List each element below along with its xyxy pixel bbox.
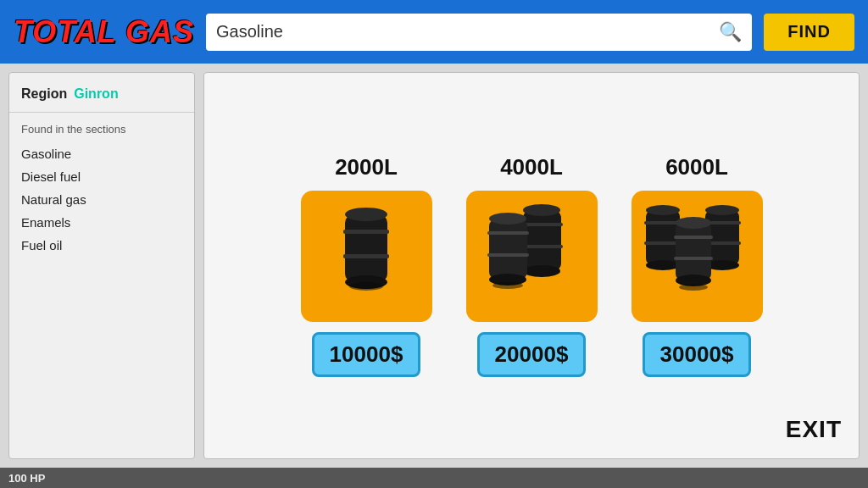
svg-rect-11	[489, 219, 527, 280]
svg-rect-10	[521, 245, 563, 248]
barrel-container-3[interactable]	[632, 191, 763, 322]
hp-label: 100 HP	[8, 472, 45, 485]
svg-point-1	[345, 208, 387, 221]
product-volume-1: 2000L	[335, 154, 398, 180]
svg-rect-14	[487, 231, 529, 235]
find-button[interactable]: FIND	[764, 14, 854, 51]
product-price-1[interactable]: 10000$	[312, 332, 421, 377]
search-wrapper: 🔍	[206, 14, 752, 51]
svg-point-5	[349, 282, 383, 291]
product-card-1: 2000L 10	[301, 154, 432, 377]
svg-rect-30	[674, 236, 713, 239]
product-price-2[interactable]: 20000$	[477, 332, 587, 377]
svg-point-28	[676, 217, 711, 229]
sidebar-item-diesel[interactable]: Diesel fuel	[9, 165, 194, 188]
sidebar: Region Ginron Found in the sections Gaso…	[8, 72, 195, 459]
found-in-sections: Found in the sections	[9, 119, 194, 142]
svg-rect-6	[523, 210, 561, 271]
product-volume-3: 6000L	[665, 154, 728, 180]
search-input[interactable]	[216, 22, 712, 42]
svg-point-19	[646, 260, 680, 270]
svg-point-8	[523, 265, 560, 277]
product-card-2: 4000L	[466, 154, 598, 377]
app-title: TOTAL GAS	[14, 14, 194, 50]
svg-rect-9	[521, 223, 563, 226]
sidebar-item-gasoline[interactable]: Gasoline	[9, 142, 194, 165]
search-icon[interactable]: 🔍	[719, 21, 742, 43]
barrel-container-1[interactable]	[301, 191, 432, 322]
svg-point-23	[705, 205, 739, 215]
region-value: Ginron	[74, 86, 118, 102]
svg-rect-3	[343, 230, 389, 234]
sidebar-item-enamels[interactable]: Enamels	[9, 211, 194, 234]
exit-button[interactable]: EXIT	[786, 416, 842, 443]
sidebar-item-natural-gas[interactable]: Natural gas	[9, 188, 194, 211]
top-bar: TOTAL GAS 🔍 FIND	[0, 0, 868, 64]
svg-rect-0	[345, 214, 387, 282]
barrel-container-2[interactable]	[466, 191, 598, 322]
product-price-3[interactable]: 30000$	[643, 332, 752, 377]
svg-point-7	[523, 204, 560, 216]
svg-rect-31	[674, 257, 713, 260]
product-panel: 2000L 10	[203, 72, 860, 459]
svg-rect-15	[487, 253, 529, 257]
sidebar-item-fuel-oil[interactable]: Fuel oil	[9, 234, 194, 257]
main-content: Region Ginron Found in the sections Gaso…	[0, 64, 868, 468]
svg-point-32	[679, 284, 708, 291]
svg-point-16	[492, 282, 523, 289]
svg-rect-27	[676, 223, 711, 280]
product-card-3: 6000L	[632, 154, 763, 377]
region-row: Region Ginron	[9, 81, 194, 113]
products-row: 2000L 10	[301, 154, 763, 377]
svg-point-18	[646, 205, 680, 215]
product-volume-2: 4000L	[500, 154, 563, 180]
region-label: Region	[21, 86, 67, 102]
status-bar: 100 HP	[0, 468, 868, 488]
svg-rect-4	[343, 254, 389, 258]
svg-point-12	[489, 213, 526, 225]
